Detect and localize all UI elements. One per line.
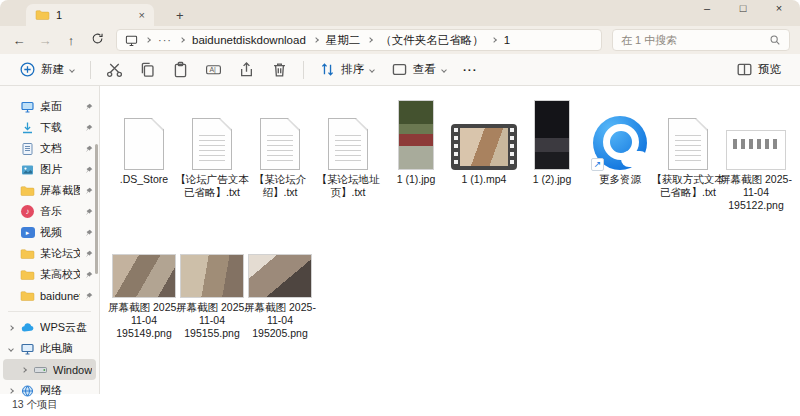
- sidebar-item-downloads[interactable]: 下载: [0, 117, 99, 138]
- toolbar-separator: [90, 61, 91, 79]
- sidebar-item-network[interactable]: 网络: [0, 380, 99, 401]
- refresh-icon: [91, 32, 104, 45]
- forward-button[interactable]: →: [34, 33, 56, 48]
- music-icon: ♪: [21, 205, 34, 218]
- new-tab-button[interactable]: +: [170, 8, 190, 26]
- sidebar-item-label: WPS云盘: [40, 320, 95, 335]
- chevron-down-icon: [69, 67, 75, 73]
- back-button[interactable]: ←: [8, 33, 30, 48]
- preview-toggle-label: 预览: [758, 62, 781, 77]
- sidebar-item-label: 图片: [40, 162, 80, 177]
- file-item[interactable]: 1 (1).mp4: [452, 94, 516, 212]
- download-icon: [20, 121, 35, 135]
- this-pc-icon: [20, 342, 35, 356]
- explorer-tab[interactable]: 1 ×: [26, 4, 154, 26]
- copy-button[interactable]: [132, 57, 163, 82]
- sidebar-item-pinned-folder[interactable]: 某论坛文件夹: [0, 243, 99, 264]
- file-item[interactable]: ↗ 更多资源: [588, 94, 652, 212]
- file-item[interactable]: 屏幕截图 2025-11-04 195122.png: [724, 94, 788, 212]
- file-item[interactable]: 【获取方式文本已省略】.txt: [656, 94, 720, 212]
- sidebar-item-videos[interactable]: ▸ 视频: [0, 222, 99, 243]
- sort-icon: [319, 61, 336, 78]
- breadcrumb-segment[interactable]: （文件夹名已省略）: [380, 33, 484, 48]
- file-list: .DS_Store 【论坛广告文本已省略】.txt 【某论坛介绍】.txt 【某…: [100, 86, 800, 394]
- breadcrumb[interactable]: ··· baidunetdiskdownload 星期二 （文件夹名已省略） 1: [116, 29, 602, 51]
- refresh-button[interactable]: [86, 32, 108, 48]
- sidebar-item-wps-cloud[interactable]: WPS云盘: [0, 317, 99, 338]
- shortcut-arrow-icon: ↗: [591, 158, 604, 171]
- sidebar-item-pinned-folder[interactable]: 某高校文件夹: [0, 264, 99, 285]
- sidebar-item-pictures[interactable]: 图片: [0, 159, 99, 180]
- sidebar-item-screenshots-folder[interactable]: 屏幕截图: [0, 180, 99, 201]
- rename-button[interactable]: A|: [198, 57, 229, 82]
- chevron-right-icon[interactable]: [8, 325, 14, 331]
- breadcrumb-segment[interactable]: 星期二: [326, 33, 361, 48]
- pin-icon: [85, 124, 93, 132]
- delete-button[interactable]: [264, 57, 295, 82]
- chevron-right-icon[interactable]: [8, 388, 14, 394]
- file-name: 屏幕截图 2025-11-04 195205.png: [240, 301, 320, 340]
- file-item[interactable]: 屏幕截图 2025-11-04 195205.png: [248, 222, 312, 340]
- svg-text:A|: A|: [209, 66, 216, 74]
- new-button[interactable]: 新建: [12, 57, 82, 82]
- trash-icon: [271, 61, 288, 78]
- paste-button[interactable]: [165, 57, 196, 82]
- sidebar-item-this-pc[interactable]: 此电脑: [0, 338, 99, 359]
- sidebar-item-baidunetdisk-folder[interactable]: baidunetdisl: [0, 285, 99, 306]
- file-item[interactable]: 屏幕截图 2025-11-04 195155.png: [180, 222, 244, 340]
- sidebar-item-desktop[interactable]: 桌面: [0, 96, 99, 117]
- more-options-button[interactable]: ···: [456, 60, 485, 80]
- file-item[interactable]: 1 (1).jpg: [384, 94, 448, 212]
- minimize-button[interactable]: –: [700, 2, 714, 14]
- file-item[interactable]: 1 (2).jpg: [520, 94, 584, 212]
- search-input[interactable]: [621, 34, 769, 46]
- pin-icon: [85, 103, 93, 111]
- file-item[interactable]: 屏幕截图 2025-11-04 195149.png: [112, 222, 176, 340]
- sidebar-scrollbar[interactable]: [95, 144, 98, 274]
- share-button[interactable]: [231, 57, 262, 82]
- sidebar-item-label: 下载: [40, 120, 80, 135]
- screenshot-thumbnail-placeholder: [248, 254, 312, 298]
- file-item[interactable]: 【某论坛地址页】.txt: [316, 94, 380, 212]
- sidebar-item-label: 屏幕截图: [40, 183, 80, 198]
- breadcrumb-segment[interactable]: 1: [504, 34, 510, 46]
- image-thumbnail-placeholder: [398, 100, 434, 170]
- chevron-down-icon[interactable]: [8, 346, 14, 352]
- breadcrumb-ellipsis[interactable]: ···: [158, 34, 172, 46]
- sidebar-item-windows-ssd[interactable]: Windows-SSD: [3, 359, 96, 380]
- desktop-icon: [20, 100, 35, 114]
- this-pc-icon: [125, 34, 138, 47]
- image-thumbnail-placeholder: [534, 100, 570, 170]
- sort-button[interactable]: 排序: [312, 57, 382, 82]
- close-button[interactable]: ×: [772, 2, 786, 14]
- breadcrumb-segment[interactable]: baidunetdiskdownload: [192, 34, 306, 46]
- folder-icon: [35, 8, 50, 22]
- view-icon: [391, 61, 408, 78]
- pin-icon: [85, 166, 93, 174]
- tab-close-button[interactable]: ×: [136, 9, 148, 21]
- up-button[interactable]: ↑: [60, 33, 82, 48]
- cut-button[interactable]: [99, 57, 130, 82]
- chevron-right-icon[interactable]: [21, 367, 27, 373]
- maximize-button[interactable]: □: [736, 2, 750, 14]
- sort-button-label: 排序: [341, 62, 364, 77]
- file-name: 屏幕截图 2025-11-04 195122.png: [716, 173, 796, 212]
- view-button[interactable]: 查看: [384, 57, 454, 82]
- share-icon: [238, 61, 255, 78]
- main-area: 桌面 下载 文档 图片: [0, 86, 800, 394]
- sidebar-item-music[interactable]: ♪ 音乐: [0, 201, 99, 222]
- preview-toggle-button[interactable]: 预览: [729, 57, 788, 82]
- file-item[interactable]: 【论坛广告文本已省略】.txt: [180, 94, 244, 212]
- window-controls: – □ ×: [700, 2, 794, 14]
- sidebar-item-label: 视频: [40, 225, 80, 240]
- search-box[interactable]: [612, 29, 790, 51]
- sidebar-item-label: 音乐: [40, 204, 80, 219]
- sidebar-item-documents[interactable]: 文档: [0, 138, 99, 159]
- sidebar-item-label: 此电脑: [40, 341, 95, 356]
- breadcrumb-chevron-icon: [313, 37, 319, 43]
- screenshot-thumbnail-placeholder: [112, 254, 176, 298]
- file-item[interactable]: .DS_Store: [112, 94, 176, 212]
- preview-pane-icon: [736, 61, 753, 78]
- sidebar-separator: [8, 311, 91, 312]
- file-item[interactable]: 【某论坛介绍】.txt: [248, 94, 312, 212]
